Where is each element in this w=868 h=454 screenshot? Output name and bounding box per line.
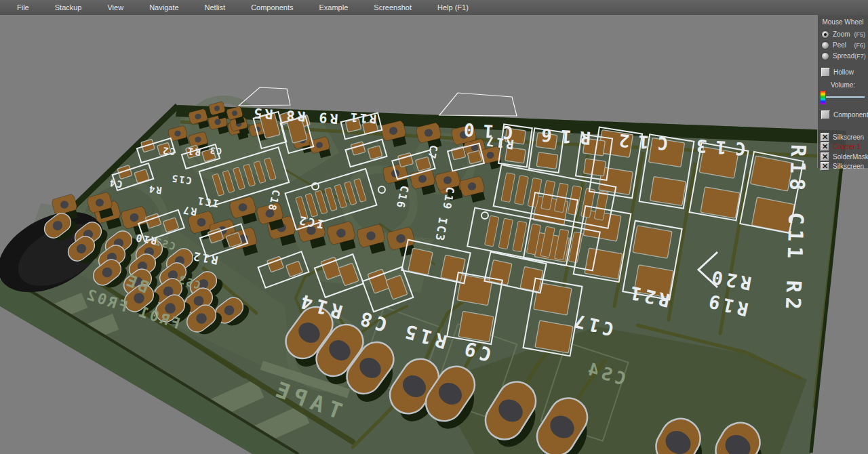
hollow-label: Hollow (833, 68, 854, 76)
radio-hotkey: (F7) (854, 53, 866, 60)
volume-slider-handle[interactable] (821, 91, 825, 104)
volume-label: Volume: (818, 81, 868, 89)
silkscreen-label: R1 (186, 146, 201, 158)
mouse-wheel-radio-row-spread[interactable]: Spread(F7) (818, 51, 868, 61)
silkscreen-label: R4 (147, 184, 163, 197)
layer-row-soldermask-2[interactable]: ✕SolderMask (818, 152, 868, 162)
smd-pad (701, 187, 740, 218)
radio-zoom[interactable] (821, 30, 829, 39)
pcb-3d-view[interactable]: R9 R8 R5R11C13 C12 R16 C10R17R18 C11 R2R… (0, 0, 868, 454)
silkscreen-label: R7 (181, 203, 198, 218)
silkscreen-label: C3 (208, 145, 222, 157)
smd-pad (633, 226, 672, 258)
smd-pad (408, 248, 433, 274)
radio-label: Peel (833, 41, 846, 49)
silkscreen-label: R11 (348, 110, 377, 127)
components-checkbox-row[interactable]: Components (818, 110, 868, 120)
layer-row-copper 1-1[interactable]: ✕Copper 1 (818, 142, 868, 152)
layer-checkbox[interactable]: ✕ (821, 133, 829, 142)
layer-row-silkscreen-3[interactable]: ✕Silkscreen (818, 162, 868, 172)
radio-label: Zoom (833, 30, 850, 38)
menu-item-help-f1-[interactable]: Help (F1) (425, 3, 481, 12)
layer-label: SolderMask (833, 153, 868, 161)
hollow-checkbox-row[interactable]: Hollow (818, 67, 868, 77)
smd-pad (536, 152, 558, 169)
volume-slider-track[interactable] (826, 96, 865, 99)
radio-peel[interactable] (821, 41, 829, 49)
radio-spread[interactable] (821, 52, 829, 60)
menu-item-components[interactable]: Components (238, 3, 306, 12)
silkscreen-label: C2 (161, 145, 176, 157)
control-panel: Mouse Wheel Zoom(F5)Peel(F6)Spread(F7) H… (817, 15, 868, 168)
mouse-wheel-radio-row-zoom[interactable]: Zoom(F5) (818, 29, 868, 39)
mouse-wheel-title: Mouse Wheel (818, 18, 868, 26)
layer-row-silkscreen-0[interactable]: ✕Silkscreen (818, 132, 868, 142)
menu-item-example[interactable]: Example (307, 3, 361, 12)
smd-pad (584, 159, 606, 176)
smd-pad (441, 255, 465, 281)
menu-item-screenshot[interactable]: Screenshot (361, 3, 425, 12)
layer-checkbox[interactable]: ✕ (821, 142, 829, 151)
radio-label: Spread (833, 52, 854, 60)
layer-checkbox[interactable]: ✕ (821, 162, 829, 171)
hollow-checkbox[interactable] (821, 68, 830, 77)
radio-hotkey: (F5) (854, 31, 866, 38)
pcb-viewport[interactable]: R9 R8 R5R11C13 C12 R16 C10R17R18 C11 R2R… (0, 0, 868, 454)
layer-label: Silkscreen (833, 163, 864, 170)
smd-pad (467, 150, 481, 164)
smd-pad (535, 321, 573, 353)
menu-item-navigate[interactable]: Navigate (136, 3, 191, 12)
menu-item-file[interactable]: File (4, 3, 42, 12)
menu-item-netlist[interactable]: Netlist (192, 3, 239, 12)
volume-slider[interactable] (818, 90, 868, 104)
silkscreen-label: C4 (108, 178, 123, 190)
radio-hotkey: (F6) (854, 42, 866, 49)
smd-pad (585, 248, 623, 279)
components-checkbox[interactable] (821, 110, 830, 119)
mouse-wheel-radio-row-peel[interactable]: Peel(F6) (818, 40, 868, 50)
menu-bar: FileStackupViewNavigateNetlistComponents… (0, 0, 868, 15)
menu-item-view[interactable]: View (94, 3, 136, 12)
layer-checkbox[interactable]: ✕ (821, 152, 829, 161)
layer-label: Copper 1 (833, 143, 861, 150)
layer-label: Silkscreen (833, 133, 864, 141)
smd-pad (650, 176, 686, 205)
components-label: Components (833, 111, 868, 119)
smd-pad (457, 274, 492, 305)
smd-pad (489, 260, 512, 285)
menu-item-stackup[interactable]: Stackup (42, 3, 95, 12)
